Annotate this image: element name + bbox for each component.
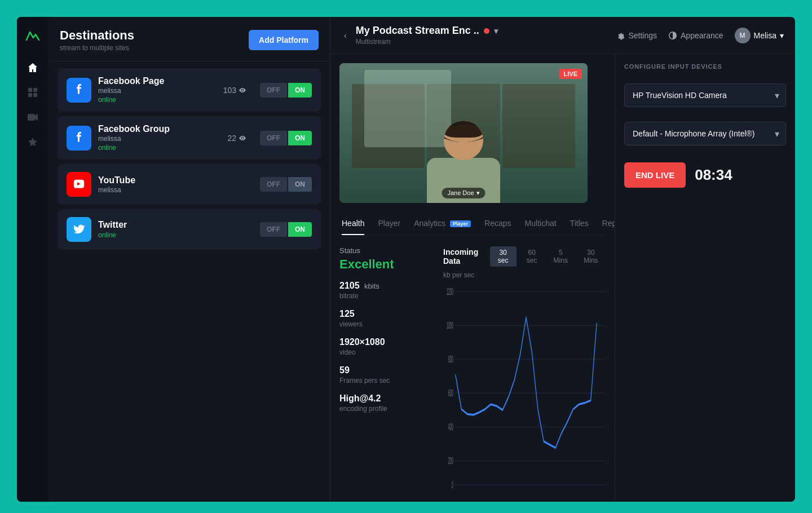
tab-recaps[interactable]: Recaps: [484, 212, 511, 235]
time-btn-5mins[interactable]: 5 Mins: [548, 246, 574, 267]
topbar: ‹ My Podcast Stream Enc .. ▾ Multistream…: [330, 17, 795, 54]
svg-rect-0: [28, 88, 32, 92]
facebook-page-logo: [67, 78, 91, 103]
chart-svg: 1200 1000 800 600 400 200 0: [443, 284, 606, 493]
facebook-group-user: melissa: [98, 135, 220, 143]
content-area: LIVE Jane Doe ▾ Health Player Analytics …: [330, 54, 795, 502]
facebook-group-toggle[interactable]: OFF ON: [260, 131, 312, 145]
back-button[interactable]: ‹: [342, 29, 349, 42]
live-indicator: [484, 28, 489, 34]
encoding-label: encoding profile: [339, 405, 430, 413]
bitrate-value: 2105: [339, 281, 360, 290]
svg-text:600: 600: [448, 388, 453, 397]
user-menu[interactable]: M Melisa ▾: [735, 28, 784, 43]
camera-select-wrapper[interactable]: HP TrueVision HD Camera: [624, 83, 786, 107]
facebook-group-logo: [67, 126, 91, 151]
tab-health[interactable]: Health: [342, 212, 364, 235]
facebook-page-toggle[interactable]: OFF ON: [260, 83, 312, 98]
viewers-count: 22: [227, 134, 236, 143]
youtube-toggle[interactable]: OFF ON: [260, 177, 312, 192]
topbar-actions: Settings Appearance M Melisa ▾: [616, 28, 784, 43]
platform-item-facebook-group: Facebook Group melissa online 22 OFF ON: [58, 116, 321, 160]
microphone-select-wrapper[interactable]: Default - Microphone Array (Intel®): [624, 122, 786, 145]
appearance-label: Appearance: [681, 31, 723, 40]
destinations-header: Destinations stream to multiple sites Ad…: [48, 17, 330, 61]
toggle-on-btn[interactable]: ON: [288, 131, 312, 145]
toggle-off-btn[interactable]: OFF: [260, 83, 287, 98]
analytics-badge: Player: [450, 220, 471, 227]
username-label: Melisa: [754, 31, 776, 40]
platform-item-facebook-page: Facebook Page melissa online 103 OFF ON: [58, 68, 321, 112]
toggle-off-btn[interactable]: OFF: [260, 222, 287, 237]
fps-label: Frames pers sec: [339, 377, 430, 384]
facebook-page-viewers: 103: [223, 86, 246, 95]
destinations-title: Destinations stream to multiple sites: [60, 28, 134, 52]
viewers-label: viewers: [339, 320, 430, 328]
youtube-info: YouTube melissa: [98, 175, 253, 194]
tab-titles[interactable]: Titles: [570, 212, 589, 235]
status-label: Status: [339, 246, 430, 255]
sidebar: [17, 17, 48, 502]
destinations-heading: Destinations: [60, 28, 134, 43]
tab-multichat[interactable]: Multichat: [525, 212, 557, 235]
time-btn-60sec[interactable]: 60 sec: [519, 246, 545, 267]
facebook-group-status: online: [98, 144, 220, 152]
health-stats: Status Excellent 2105 kbits bitrate 125 …: [339, 246, 430, 493]
settings-label: Settings: [628, 31, 657, 40]
youtube-logo: [67, 172, 91, 197]
chart-subtitle: kb per sec: [443, 271, 606, 279]
time-btn-30sec[interactable]: 30 sec: [490, 246, 517, 267]
appearance-icon: [668, 31, 677, 40]
twitter-logo: [67, 217, 91, 242]
status-value: Excellent: [339, 257, 430, 272]
settings-button[interactable]: Settings: [616, 31, 657, 40]
twitter-toggle[interactable]: OFF ON: [260, 222, 312, 237]
camera-select[interactable]: HP TrueVision HD Camera: [624, 83, 786, 107]
stream-dropdown-arrow[interactable]: ▾: [494, 26, 498, 36]
facebook-page-name: Facebook Page: [98, 76, 217, 86]
svg-rect-3: [33, 93, 37, 97]
svg-text:1200: 1200: [447, 286, 453, 296]
viewers-stat: 125 viewers: [339, 309, 430, 328]
twitter-status: online: [98, 231, 253, 239]
toggle-on-btn[interactable]: ON: [288, 83, 312, 98]
facebook-page-info: Facebook Page melissa online: [98, 76, 217, 104]
user-dropdown-arrow: ▾: [780, 31, 784, 40]
tab-player[interactable]: Player: [378, 212, 400, 235]
main-content: ‹ My Podcast Stream Enc .. ▾ Multistream…: [330, 17, 795, 502]
time-btn-30mins[interactable]: 30 Mins: [576, 246, 606, 267]
avatar: M: [735, 28, 751, 43]
tab-analytics[interactable]: Analytics Player: [414, 212, 471, 235]
svg-marker-5: [35, 114, 38, 121]
toggle-on-btn[interactable]: ON: [288, 222, 312, 237]
tab-reports[interactable]: Reports: [602, 212, 615, 235]
app-logo: [23, 26, 43, 46]
end-live-button[interactable]: END LIVE: [624, 162, 686, 188]
platform-list: Facebook Page melissa online 103 OFF ON: [48, 61, 330, 256]
toggle-off-btn[interactable]: OFF: [260, 131, 287, 145]
svg-text:0: 0: [452, 480, 453, 489]
bitrate-label: bitrate: [339, 292, 430, 300]
sidebar-item-grid[interactable]: [23, 82, 43, 103]
health-section: Status Excellent 2105 kbits bitrate 125 …: [339, 235, 606, 493]
resolution-value: 1920×1080: [339, 337, 430, 347]
name-overlay: Jane Doe ▾: [442, 188, 485, 198]
bitrate-value-row: 2105 kbits: [339, 281, 430, 291]
toggle-off-btn[interactable]: OFF: [260, 177, 287, 192]
platform-item-twitter: Twitter online OFF ON: [58, 209, 321, 250]
tabs-container: Health Player Analytics Player Recaps Mu…: [339, 212, 606, 235]
encoding-value: High@4.2: [339, 393, 430, 404]
svg-text:20:22:20: 20:22:20: [452, 492, 462, 493]
sidebar-item-home[interactable]: [23, 58, 43, 78]
toggle-on-btn[interactable]: ON: [288, 177, 312, 192]
video-preview: LIVE Jane Doe ▾: [339, 63, 588, 203]
svg-rect-2: [28, 93, 32, 97]
appearance-button[interactable]: Appearance: [668, 31, 723, 40]
resolution-stat: 1920×1080 video: [339, 337, 430, 356]
svg-rect-4: [28, 114, 35, 121]
svg-text:200: 200: [448, 455, 453, 465]
add-platform-button[interactable]: Add Platform: [249, 30, 319, 50]
microphone-select[interactable]: Default - Microphone Array (Intel®): [624, 122, 786, 145]
sidebar-item-video[interactable]: [23, 107, 43, 127]
sidebar-item-star[interactable]: [23, 132, 43, 152]
